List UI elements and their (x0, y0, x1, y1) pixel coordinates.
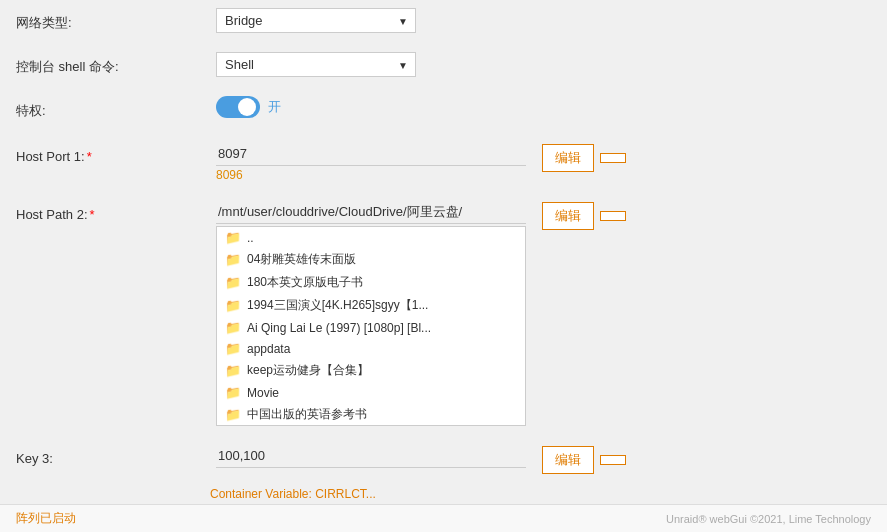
host-port1-edit-button[interactable]: 编辑 (542, 144, 594, 172)
folder-icon-1: 📁 (225, 275, 241, 290)
dropdown-item-7[interactable]: 📁 中国出版的英语参考书 (217, 403, 525, 426)
footer-text: Unraid® webGui ©2021, Lime Technology (666, 513, 871, 525)
folder-icon-5: 📁 (225, 363, 241, 378)
key3-edit-button[interactable]: 编辑 (542, 446, 594, 474)
network-type-label: 网络类型: (16, 8, 216, 32)
array-status: 阵列已启动 (16, 510, 76, 527)
privilege-row: 特权: 开 (0, 88, 887, 132)
host-path2-input[interactable] (216, 200, 526, 224)
privilege-on-label: 开 (268, 98, 281, 116)
dropdown-item-dotdot[interactable]: 📁 .. (217, 227, 525, 248)
privilege-slider (216, 96, 260, 118)
console-shell-select-wrapper[interactable]: Shell ▼ (216, 52, 416, 77)
key3-control: 编辑 (216, 444, 871, 474)
folder-icon-2: 📁 (225, 298, 241, 313)
main-content: 网络类型: Bridge ▼ 控制台 shell 命令: Shell ▼ 特权: (0, 0, 887, 532)
host-port1-input[interactable] (216, 142, 526, 166)
privilege-toggle[interactable] (216, 96, 260, 118)
privilege-control: 开 (216, 96, 871, 118)
console-shell-row: 控制台 shell 命令: Shell ▼ (0, 44, 887, 88)
key3-input-row: 编辑 (216, 444, 871, 474)
host-path2-label: Host Path 2:* (16, 200, 216, 224)
dropdown-item-1[interactable]: 📁 180本英文原版电子书 (217, 271, 525, 294)
folder-icon-dotdot: 📁 (225, 230, 241, 245)
host-port1-input-row: 8096 编辑 (216, 142, 871, 182)
network-type-control: Bridge ▼ (216, 8, 871, 33)
dropdown-item-6[interactable]: 📁 Movie (217, 382, 525, 403)
console-shell-label: 控制台 shell 命令: (16, 52, 216, 76)
host-path2-control: 📁 .. 📁 04射雕英雄传末面版 📁 180本英文原版电子书 (216, 200, 871, 426)
host-path2-btn-group: 编辑 (542, 202, 626, 230)
key3-input[interactable] (216, 444, 526, 468)
host-path2-row: Host Path 2:* 📁 .. (0, 190, 887, 434)
host-port1-label: Host Port 1:* (16, 142, 216, 166)
dropdown-item-5[interactable]: 📁 keep运动健身【合集】 (217, 359, 525, 382)
privilege-toggle-row: 开 (216, 96, 281, 118)
folder-icon-7: 📁 (225, 407, 241, 422)
dropdown-item-2[interactable]: 📁 1994三国演义[4K.H265]sgyy【1... (217, 294, 525, 317)
host-port1-control: 8096 编辑 (216, 142, 871, 182)
host-port1-hint: 8096 (216, 168, 526, 182)
console-shell-control: Shell ▼ (216, 52, 871, 77)
path-dropdown: 📁 .. 📁 04射雕英雄传末面版 📁 180本英文原版电子书 (216, 224, 526, 426)
privilege-label: 特权: (16, 96, 216, 120)
host-path2-required: * (90, 207, 95, 222)
host-port1-row: Host Port 1:* 8096 编辑 (0, 132, 887, 190)
bottom-bar: 阵列已启动 Unraid® webGui ©2021, Lime Technol… (0, 504, 887, 532)
dropdown-item-3[interactable]: 📁 Ai Qing Lai Le (1997) [1080p] [Bl... (217, 317, 525, 338)
dropdown-list[interactable]: 📁 .. 📁 04射雕英雄传末面版 📁 180本英文原版电子书 (216, 226, 526, 426)
folder-icon-4: 📁 (225, 341, 241, 356)
network-type-select[interactable]: Bridge (216, 8, 416, 33)
folder-icon-6: 📁 (225, 385, 241, 400)
host-port1-btn-group: 编辑 (542, 144, 626, 172)
key3-btn-group: 编辑 (542, 446, 626, 474)
network-type-row: 网络类型: Bridge ▼ (0, 0, 887, 44)
dropdown-item-0[interactable]: 📁 04射雕英雄传末面版 (217, 248, 525, 271)
host-path2-input-row: 📁 .. 📁 04射雕英雄传末面版 📁 180本英文原版电子书 (216, 200, 871, 426)
network-type-select-wrapper[interactable]: Bridge ▼ (216, 8, 416, 33)
folder-icon-3: 📁 (225, 320, 241, 335)
host-port1-required: * (87, 149, 92, 164)
key3-extra-button[interactable] (600, 455, 626, 465)
host-port1-extra-button[interactable] (600, 153, 626, 163)
folder-icon-0: 📁 (225, 252, 241, 267)
key3-label: Key 3: (16, 444, 216, 468)
console-shell-select[interactable]: Shell (216, 52, 416, 77)
dropdown-item-4[interactable]: 📁 appdata (217, 338, 525, 359)
key3-row: Key 3: 编辑 (0, 436, 887, 482)
container-variable-hint: Container Variable: CIRRLCT... (0, 482, 887, 501)
host-path2-edit-button[interactable]: 编辑 (542, 202, 594, 230)
host-path2-extra-button[interactable] (600, 211, 626, 221)
